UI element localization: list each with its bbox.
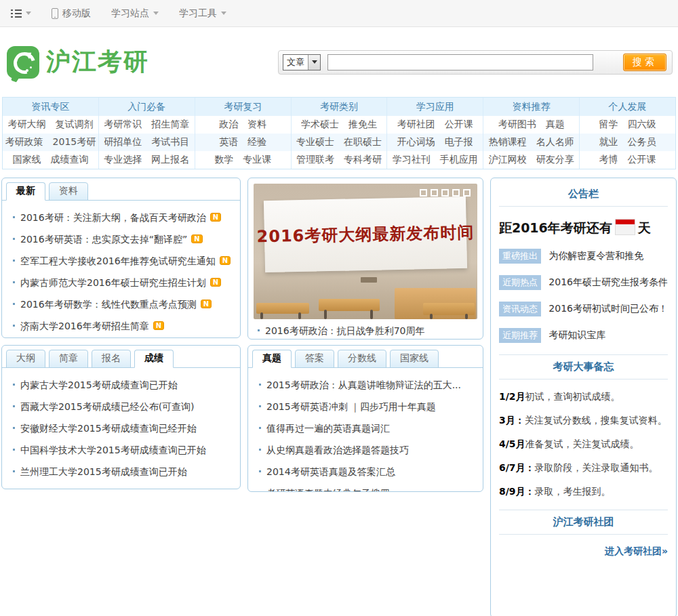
- nav-col-title[interactable]: 资料推荐: [483, 98, 580, 116]
- nav-col-title[interactable]: 学习应用: [387, 98, 483, 116]
- search-category-select[interactable]: 文章: [283, 54, 321, 70]
- carousel-dot[interactable]: [452, 189, 460, 197]
- tab-answers[interactable]: 答案: [295, 350, 334, 368]
- news-item[interactable]: 2015考研政治：从真题讲唯物辩证法的五大...: [258, 375, 473, 396]
- nav-link[interactable]: 英语: [219, 136, 238, 148]
- nav-link[interactable]: 政治: [219, 119, 238, 131]
- nav-col-title[interactable]: 资讯专区: [3, 98, 99, 116]
- nav-link[interactable]: 开心词场: [397, 136, 435, 148]
- news-item[interactable]: 安徽财经大学2015考研成绩查询已经开始: [12, 418, 231, 440]
- nav-link[interactable]: 考研常识: [104, 119, 142, 131]
- news-item[interactable]: 中国科学技术大学2015考研成绩查询已开始: [12, 440, 231, 461]
- nav-link[interactable]: 资料: [247, 119, 266, 131]
- news-item[interactable]: 2016考研英语：忠实原文去掉“翻译腔”N: [12, 229, 231, 251]
- nav-link[interactable]: 数学: [214, 154, 233, 166]
- notice-link[interactable]: 考研知识宝库: [549, 329, 605, 340]
- news-item[interactable]: 2016考研政治：抗日战争胜利70周年: [256, 322, 475, 340]
- nav-link[interactable]: 考研图书: [498, 119, 536, 131]
- nav-link[interactable]: 研招单位: [104, 136, 142, 148]
- nav-col-title[interactable]: 个人发展: [580, 98, 675, 116]
- site-logo[interactable]: 沪江考研: [7, 45, 149, 79]
- nav-link[interactable]: 管理联考: [296, 154, 334, 166]
- notice-item[interactable]: 近期推荐 考研知识宝库: [499, 328, 668, 343]
- tab-outline[interactable]: 大纲: [6, 350, 45, 368]
- study-tools-menu[interactable]: 学习工具: [179, 7, 226, 20]
- carousel-dot[interactable]: [420, 189, 427, 197]
- tab-scores[interactable]: 成绩: [134, 350, 174, 368]
- nav-link[interactable]: 网上报名: [151, 154, 189, 166]
- enter-community-link[interactable]: 进入考研社团»: [499, 546, 668, 558]
- nav-link[interactable]: 考研社团: [397, 119, 435, 131]
- nav-link[interactable]: 就业: [599, 136, 618, 148]
- nav-link[interactable]: 公务员: [628, 136, 656, 148]
- notice-item[interactable]: 近期热点 2016年硕士研究生报考条件: [499, 275, 668, 290]
- nav-link[interactable]: 公开课: [445, 119, 473, 131]
- nav-link[interactable]: 专业硕士: [296, 136, 334, 148]
- search-button[interactable]: 搜索: [623, 54, 666, 71]
- news-item[interactable]: 兰州交通大学2015考研成绩查询已开始: [12, 483, 231, 489]
- tab-scoreline[interactable]: 分数线: [338, 350, 386, 368]
- news-item[interactable]: 空军工程大学接收2016年推荐免试研究生通知N: [12, 251, 231, 272]
- news-item[interactable]: 内蒙古大学2015考研成绩查询已开始: [12, 375, 231, 396]
- nav-link[interactable]: 推免生: [348, 119, 377, 131]
- nav-col-title[interactable]: 考研复习: [195, 98, 292, 116]
- nav-link[interactable]: 考研大纲: [7, 119, 45, 131]
- notice-link[interactable]: 为你解密夏令营和推免: [549, 250, 643, 261]
- nav-link[interactable]: 学术硕士: [301, 119, 339, 131]
- nav-link[interactable]: 专科考研: [344, 154, 382, 166]
- news-item[interactable]: 内蒙古师范大学2016年硕士研究生招生计划N: [12, 272, 231, 294]
- nav-link[interactable]: 四六级: [628, 119, 656, 131]
- news-item[interactable]: 值得再过一遍的英语真题词汇: [258, 418, 473, 440]
- nav-link[interactable]: 考研政策: [5, 136, 43, 148]
- nav-link[interactable]: 学习社刊: [393, 154, 431, 166]
- carousel-dot[interactable]: [431, 189, 438, 197]
- news-item[interactable]: 2015考研英语冲刺 ｜四步巧用十年真题: [258, 396, 473, 418]
- nav-link[interactable]: 电子报: [445, 136, 473, 148]
- nav-link[interactable]: 专业选择: [104, 154, 142, 166]
- search-input[interactable]: [327, 54, 593, 70]
- tab-register[interactable]: 报名: [92, 350, 131, 368]
- tab-zhenti[interactable]: 真题: [252, 350, 292, 368]
- select-arrow-button[interactable]: [308, 55, 320, 70]
- nav-col-title[interactable]: 入门必备: [99, 98, 195, 116]
- tab-guide[interactable]: 简章: [49, 350, 88, 368]
- news-item[interactable]: 西藏大学2015考研成绩已经公布(可查询): [12, 396, 231, 418]
- tab-latest[interactable]: 最新: [6, 182, 45, 201]
- nav-link[interactable]: 真题: [546, 119, 565, 131]
- news-item[interactable]: 2016考研：关注新大纲，备战百天考研政治N: [12, 207, 231, 229]
- study-sites-menu[interactable]: 学习站点: [111, 7, 159, 20]
- notice-link[interactable]: 2016年硕士研究生报考条件: [549, 276, 668, 287]
- nav-link[interactable]: 手机应用: [440, 154, 478, 166]
- nav-link[interactable]: 国家线: [12, 154, 41, 166]
- nav-link[interactable]: 沪江网校: [489, 154, 527, 166]
- news-item[interactable]: 2014考研英语真题及答案汇总: [258, 461, 473, 483]
- news-item[interactable]: 从史纲真题看政治选择题答题技巧: [258, 440, 473, 461]
- news-item[interactable]: 济南大学2016年考研招生简章N: [12, 316, 231, 337]
- nav-link[interactable]: 复试调剂: [55, 119, 93, 131]
- nav-link[interactable]: 2015考研: [53, 136, 96, 148]
- nav-link[interactable]: 名人名师: [536, 136, 574, 148]
- news-item[interactable]: 2016年考研数学：线性代数重点考点预测N: [12, 294, 231, 316]
- nav-link[interactable]: 研友分享: [536, 154, 574, 166]
- tab-materials[interactable]: 资料: [49, 182, 88, 201]
- nav-link[interactable]: 公开课: [628, 154, 656, 166]
- nav-link[interactable]: 考试书目: [151, 136, 189, 148]
- notice-link[interactable]: 2016考研初试时间已公布！: [549, 303, 668, 314]
- nav-col-title[interactable]: 考研类别: [292, 98, 388, 116]
- news-item[interactable]: 兰州理工大学2015考研成绩查询已开始: [12, 461, 231, 483]
- nav-link[interactable]: 热销课程: [489, 136, 527, 148]
- news-item[interactable]: 考研英语真题中经典句子搜罗: [258, 483, 473, 492]
- nav-link[interactable]: 考博: [599, 154, 618, 166]
- nav-link[interactable]: 成绩查询: [50, 154, 88, 166]
- nav-link[interactable]: 专业课: [243, 154, 271, 166]
- site-nav-menu[interactable]: [11, 9, 31, 18]
- carousel-dot[interactable]: [441, 189, 449, 197]
- carousel-dot[interactable]: [463, 189, 471, 197]
- notice-item[interactable]: 重磅推出 为你解密夏令营和推免: [499, 249, 668, 264]
- banner-carousel[interactable]: 2016考研大纲最新发布时间: [254, 184, 477, 319]
- tab-nationalline[interactable]: 国家线: [390, 350, 439, 368]
- mobile-version-link[interactable]: 移动版: [52, 7, 91, 20]
- nav-link[interactable]: 招生简章: [151, 119, 189, 131]
- notice-item[interactable]: 资讯动态 2016考研初试时间已公布！: [499, 302, 668, 316]
- nav-link[interactable]: 经验: [247, 136, 266, 148]
